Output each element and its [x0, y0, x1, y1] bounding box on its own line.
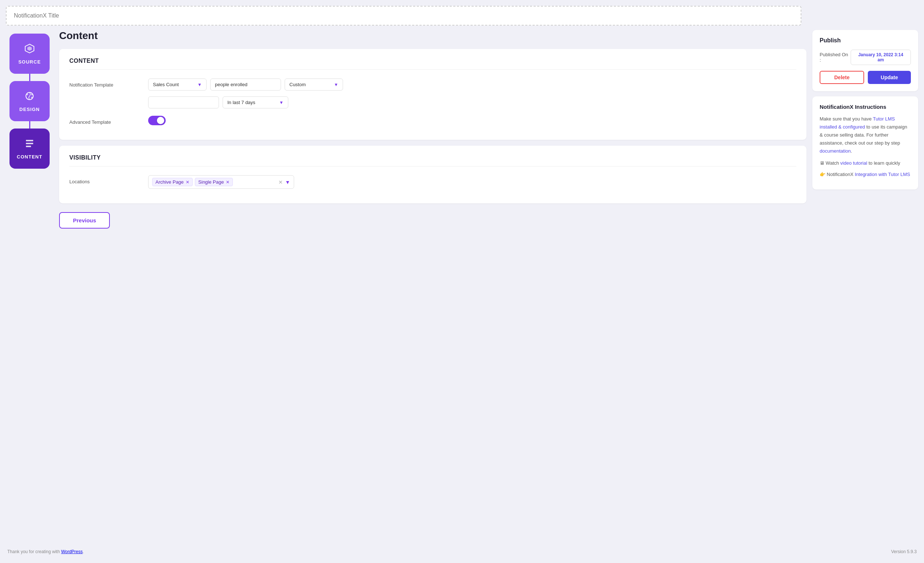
publish-card: Publish Published On : January 10, 2022 … — [812, 30, 918, 91]
advanced-template-row: Advanced Template — [69, 116, 796, 125]
sidebar-item-design[interactable]: DESIGN — [9, 81, 50, 121]
content-label: CONTENT — [17, 154, 42, 159]
video-tutorial-emoji: 🖥 — [820, 160, 824, 166]
published-on-value: January 10, 2022 3:14 am — [850, 50, 911, 65]
locations-row: Locations Archive Page ✕ Single Page ✕ ✕ — [69, 175, 796, 189]
update-button[interactable]: Update — [868, 71, 911, 84]
svg-rect-7 — [26, 143, 33, 144]
publish-actions: Delete Update — [820, 71, 911, 84]
learn-quickly-text: to learn quickly — [867, 160, 900, 166]
instructions-main-text: Make sure that you have Tutor LMS instal… — [820, 115, 911, 155]
custom-dropdown[interactable]: Custom ▼ — [285, 78, 343, 90]
locations-label: Locations — [69, 175, 142, 185]
left-sidebar: SOURCE DESIGN — [6, 30, 53, 542]
archive-page-tag-label: Archive Page — [156, 179, 183, 185]
sidebar-item-content[interactable]: CONTENT — [9, 129, 50, 169]
page-footer: Thank you for creating with WordPress. V… — [6, 546, 918, 557]
custom-value: Custom — [290, 82, 306, 87]
svg-rect-8 — [26, 146, 31, 147]
instructions-text-1: Make sure that you have — [820, 116, 873, 122]
content-icon — [24, 138, 35, 152]
archive-page-remove-icon[interactable]: ✕ — [186, 180, 189, 185]
notification-template-row: Notification Template Sales Count ▼ Cust… — [69, 78, 796, 90]
svg-marker-1 — [27, 47, 32, 51]
archive-page-tag: Archive Page ✕ — [152, 178, 193, 186]
previous-button[interactable]: Previous — [59, 212, 110, 228]
tag-input-actions: ✕ ▼ — [279, 179, 290, 185]
documentation-link[interactable]: documentation — [820, 148, 850, 154]
actions-row: Previous — [59, 209, 807, 231]
wordpress-link[interactable]: WordPress — [61, 549, 82, 554]
visibility-card: VISIBILITY Locations Archive Page ✕ Sing… — [59, 146, 807, 203]
notification-template-controls: Sales Count ▼ Custom ▼ — [148, 78, 796, 90]
instructions-card: NotificationX Instructions Make sure tha… — [812, 96, 918, 189]
delete-button[interactable]: Delete — [820, 71, 864, 84]
custom-chevron-icon: ▼ — [334, 82, 338, 87]
svg-point-4 — [31, 94, 33, 95]
publish-title: Publish — [820, 37, 911, 44]
notificationx-text: NotificationX — [825, 172, 855, 177]
time-range-value: In last 7 days — [227, 100, 255, 105]
advanced-template-label: Advanced Template — [69, 116, 142, 125]
sales-count-chevron-icon: ▼ — [197, 82, 202, 87]
page-heading: Content — [59, 30, 807, 42]
connector-2 — [29, 121, 30, 129]
footer-left: Thank you for creating with WordPress. — [7, 549, 84, 554]
instructions-item-1: 🖥 Watch video tutorial to learn quickly — [820, 159, 911, 167]
advanced-template-toggle-container — [148, 116, 166, 125]
custom-text-input[interactable] — [148, 96, 219, 108]
right-sidebar: Publish Published On : January 10, 2022 … — [812, 30, 918, 542]
svg-point-5 — [31, 97, 33, 98]
advanced-template-toggle[interactable] — [148, 116, 166, 125]
sales-count-value: Sales Count — [153, 82, 179, 87]
single-page-tag-label: Single Page — [198, 179, 224, 185]
sales-count-dropdown[interactable]: Sales Count ▼ — [148, 78, 207, 90]
connector-1 — [29, 74, 30, 81]
integration-emoji: 👉 — [820, 172, 825, 177]
source-label: SOURCE — [18, 59, 41, 65]
locations-tag-input[interactable]: Archive Page ✕ Single Page ✕ ✕ ▼ — [148, 175, 294, 189]
single-page-remove-icon[interactable]: ✕ — [226, 180, 230, 185]
instructions-item-2: 👉 NotificationX Integration with Tutor L… — [820, 171, 911, 179]
tag-dropdown-icon[interactable]: ▼ — [285, 179, 290, 185]
content-card: CONTENT Notification Template Sales Coun… — [59, 49, 807, 140]
watch-text: Watch — [824, 160, 840, 166]
sidebar-item-source[interactable]: SOURCE — [9, 34, 50, 74]
source-icon — [24, 43, 35, 57]
publish-date-row: Published On : January 10, 2022 3:14 am — [820, 50, 911, 65]
design-label: DESIGN — [20, 107, 40, 112]
title-bar[interactable] — [6, 6, 801, 26]
design-icon — [24, 90, 35, 104]
svg-point-3 — [27, 94, 28, 95]
svg-rect-6 — [26, 140, 33, 141]
instructions-title: NotificationX Instructions — [820, 104, 911, 110]
video-tutorial-link[interactable]: video tutorial — [840, 160, 867, 166]
instructions-text-3: . — [850, 148, 852, 154]
time-range-chevron-icon: ▼ — [279, 100, 284, 105]
time-range-dropdown[interactable]: In last 7 days ▼ — [223, 96, 288, 108]
content-area: Content CONTENT Notification Template Sa… — [59, 30, 807, 542]
integration-link[interactable]: Integration with Tutor LMS — [855, 172, 910, 177]
notification-template-label: Notification Template — [69, 78, 142, 88]
footer-text: Thank you for creating with — [7, 549, 61, 554]
published-on-label: Published On : — [820, 52, 850, 63]
visibility-section-title: VISIBILITY — [69, 155, 796, 167]
tag-clear-icon[interactable]: ✕ — [279, 179, 283, 185]
single-page-tag: Single Page ✕ — [195, 178, 233, 186]
title-input[interactable] — [14, 12, 794, 19]
people-enrolled-input[interactable] — [210, 78, 281, 90]
content-section-title: CONTENT — [69, 58, 796, 70]
version-text: Version 5.9.3 — [891, 549, 917, 554]
